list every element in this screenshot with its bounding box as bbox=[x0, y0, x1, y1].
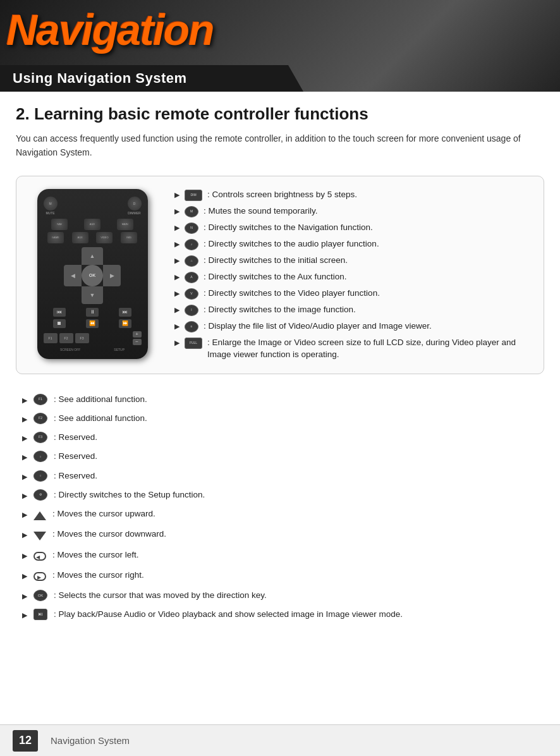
prev-button[interactable]: ⏮ bbox=[53, 308, 66, 317]
arrow-icon: ▶ bbox=[22, 509, 27, 520]
arrow-icon: ▶ bbox=[174, 223, 180, 233]
list-item-right: ▶ ▶ : Moves the cursor right. bbox=[22, 569, 538, 583]
f1-button[interactable]: F1 bbox=[44, 333, 58, 343]
mute-button[interactable]: M bbox=[44, 197, 58, 210]
app-title: Navigation bbox=[6, 5, 214, 54]
video-desc-text: : Directly switches to the Video player … bbox=[204, 288, 531, 300]
dimmer-button[interactable]: D bbox=[128, 197, 142, 210]
arrow-icon: ▶ bbox=[22, 571, 27, 582]
desc-video: ▶ V : Directly switches to the Video pla… bbox=[174, 288, 531, 300]
arrow-icon: ▶ bbox=[22, 610, 27, 621]
reserved2-list-icon: ○ bbox=[33, 470, 47, 482]
arrow-icon: ▶ bbox=[22, 414, 27, 425]
header: Navigation Using Navigation System bbox=[0, 0, 560, 92]
arrow-icon: ▶ bbox=[22, 452, 27, 463]
media-row-1: ⏮ ⏸ ⏭ bbox=[44, 308, 142, 317]
arrow-icon: ▶ bbox=[174, 305, 180, 315]
list-item-up: ▶ : Moves the cursor upward. bbox=[22, 508, 538, 521]
arrow-icon: ▶ bbox=[22, 551, 27, 561]
list-item-ok: ▶ OK : Selects the cursor that was moved… bbox=[22, 589, 538, 602]
stop-button[interactable]: ⏸ bbox=[86, 308, 99, 317]
main-desc-text: : Directly switches to the initial scree… bbox=[204, 255, 531, 267]
dimmer-label: DIMMER bbox=[128, 211, 140, 215]
list-item-f3: ▶ F3 : Reserved. bbox=[22, 431, 538, 444]
dpad-left-button[interactable]: ◀ bbox=[64, 265, 82, 286]
arrow-icon: ▶ bbox=[22, 491, 27, 501]
list-item-f1: ▶ F1 : See additional function. bbox=[22, 393, 538, 406]
arrow-icon: ▶ bbox=[22, 530, 27, 540]
left-list-icon: ◀ bbox=[33, 550, 46, 563]
desc-aux: ▶ A : Directly switches to the Aux funct… bbox=[174, 271, 531, 283]
stop2-button[interactable]: ⏹ bbox=[53, 319, 66, 328]
desc-audio: ▶ ♪ : Directly switches to the audio pla… bbox=[174, 238, 531, 250]
desc-fullscreen: ▶ FULL : Enlarge the Image or Video scre… bbox=[174, 337, 531, 361]
arrow-icon: ▶ bbox=[174, 338, 180, 348]
dpad-right-button[interactable]: ▶ bbox=[103, 265, 121, 286]
right-descriptions: ▶ DIM : Controls screen brightness by 5 … bbox=[174, 189, 531, 361]
arrow-icon: ▶ bbox=[22, 591, 27, 602]
arrow-icon: ▶ bbox=[174, 322, 180, 331]
video-button[interactable]: VIDEO bbox=[96, 232, 113, 243]
desc-image: ▶ I : Directly switches to the image fun… bbox=[174, 304, 531, 316]
dpad-up-button[interactable]: ▲ bbox=[82, 247, 103, 265]
dpad-down-button[interactable]: ▼ bbox=[82, 286, 103, 304]
list-item-reserved1: ▶ ○ : Reserved. bbox=[22, 450, 538, 463]
subtitle-bar: Using Navigation System bbox=[0, 65, 303, 92]
rew-button[interactable]: ⏪ bbox=[86, 319, 99, 328]
f2-list-icon: F2 bbox=[33, 413, 47, 424]
remote-container: M MUTE D DIMMER NAV bbox=[29, 189, 155, 361]
image-button[interactable]: IMG bbox=[121, 232, 137, 243]
f3-button[interactable]: F3 bbox=[75, 333, 89, 343]
reserved2-list-text: : Reserved. bbox=[54, 470, 538, 482]
play-list-icon: ⏯ bbox=[33, 609, 47, 620]
video-icon: V bbox=[185, 288, 198, 300]
fullscreen-desc-text: : Enlarge the Image or Video screen size… bbox=[207, 337, 531, 361]
left-list-text: : Moves the cursor left. bbox=[52, 549, 538, 561]
next-button[interactable]: ⏭ bbox=[119, 308, 131, 317]
setup-label: SETUP bbox=[114, 348, 125, 351]
filelist-desc-text: : Display the file list of Video/Audio p… bbox=[204, 320, 531, 332]
mute-icon: M bbox=[185, 206, 198, 217]
setup-list-text: : Directly switches to the Setup functio… bbox=[54, 489, 538, 501]
up-list-text: : Moves the cursor upward. bbox=[52, 508, 538, 520]
nav-button[interactable]: NAV bbox=[51, 219, 68, 230]
list-item-reserved2: ▶ ○ : Reserved. bbox=[22, 470, 538, 482]
arrow-icon: ▶ bbox=[22, 433, 27, 444]
footer-title: Navigation System bbox=[51, 735, 130, 746]
image-icon: I bbox=[185, 305, 198, 316]
vol-down-button[interactable]: − bbox=[133, 339, 142, 345]
arrow-icon: ▶ bbox=[174, 272, 180, 282]
main-button[interactable]: MAIN bbox=[117, 219, 133, 230]
mute-desc-text: : Mutes the sound temporarily. bbox=[204, 205, 531, 217]
subtitle-text: Using Navigation System bbox=[13, 70, 187, 87]
fullscreen-icon: FULL bbox=[185, 338, 202, 349]
game-button[interactable]: GAME bbox=[47, 232, 64, 243]
bottom-labels: SCREEN OFF SETUP bbox=[44, 348, 142, 351]
list-item-down: ▶ : Moves the cursor downward. bbox=[22, 528, 538, 542]
media-row-2: ⏹ ⏪ ⏩ bbox=[44, 319, 142, 328]
remote-section: M MUTE D DIMMER NAV bbox=[16, 176, 544, 374]
aux-button[interactable]: AUX bbox=[72, 232, 88, 243]
arrow-icon: ▶ bbox=[174, 256, 180, 265]
play-list-text: : Play back/Pause Audio or Video playbac… bbox=[54, 608, 538, 621]
arrow-icon: ▶ bbox=[174, 289, 180, 298]
f2-button[interactable]: F2 bbox=[59, 333, 73, 343]
audio-nav-row: NAV AUD MAIN bbox=[44, 219, 142, 230]
section-intro: You can access frequently used function … bbox=[16, 131, 544, 160]
navi-icon: N bbox=[185, 223, 198, 234]
right-list-icon: ▶ bbox=[33, 570, 46, 583]
vol-up-button[interactable]: + bbox=[133, 331, 142, 338]
arrow-icon: ▶ bbox=[174, 190, 180, 200]
up-list-icon bbox=[33, 509, 46, 521]
setup-list-icon: ⚙ bbox=[33, 489, 47, 501]
right-list-text: : Moves the cursor right. bbox=[52, 569, 538, 582]
fwd-button[interactable]: ⏩ bbox=[119, 319, 131, 328]
desc-main: ▶ ⌂ : Directly switches to the initial s… bbox=[174, 255, 531, 267]
desc-mute: ▶ M : Mutes the sound temporarily. bbox=[174, 205, 531, 217]
navi-desc-text: : Directly switches to the Navigation fu… bbox=[204, 222, 531, 234]
dpad: ▲ ▼ ◀ ▶ OK bbox=[64, 247, 121, 304]
dpad-ok-button[interactable]: OK bbox=[82, 265, 103, 286]
remote-control: M MUTE D DIMMER NAV bbox=[37, 189, 148, 359]
footer: 12 Navigation System bbox=[0, 724, 560, 756]
audio-button[interactable]: AUD bbox=[84, 219, 100, 230]
